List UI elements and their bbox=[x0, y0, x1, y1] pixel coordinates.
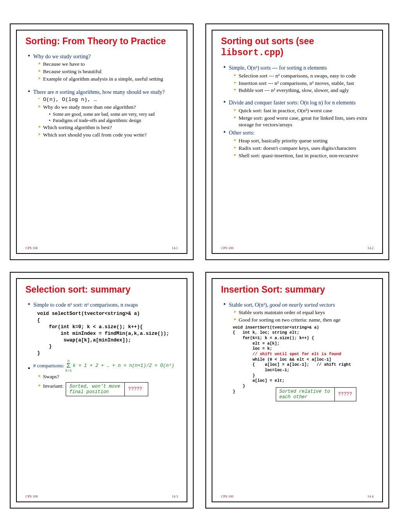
code-text: libsort.cpp bbox=[221, 48, 280, 58]
slide-title: Sorting out sorts (see libsort.cpp) bbox=[221, 36, 374, 58]
slide-2: Sorting out sorts (see libsort.cpp) Simp… bbox=[205, 23, 389, 260]
slide-3: Selection sort: summary Simple to code n… bbox=[10, 272, 194, 509]
course-label: CPS 100 bbox=[25, 494, 38, 498]
bullet: Simple to code n² sort: n² comparisons, … bbox=[28, 302, 178, 309]
slide-footer: CPS 100 14.4 bbox=[221, 493, 374, 498]
slide-4: Insertion Sort: summary Stable sort, O(n… bbox=[205, 272, 389, 509]
comparisons-line: ● # comparisons: n Σ k=1 k = 1 + 2 + … +… bbox=[28, 359, 178, 372]
sub-bullet: Merge sort: good worst case, great for l… bbox=[234, 115, 374, 128]
page-number: 14.4 bbox=[367, 494, 374, 498]
formula: k = 1 + 2 + … + n = n(n+1)/2 = O(n²) bbox=[73, 363, 174, 368]
slide-1: Sorting: From Theory to Practice Why do … bbox=[10, 23, 194, 260]
page-number: 14.3 bbox=[172, 494, 178, 498]
sub-bullet: Because we have to bbox=[38, 61, 178, 68]
slide-content: Stable sort, O(n²), good on nearly sorte… bbox=[221, 300, 374, 493]
slide-inner: Insertion Sort: summary Stable sort, O(n… bbox=[212, 278, 383, 502]
sigma-symbol: Σ bbox=[66, 363, 71, 368]
page-number: 14.2 bbox=[367, 246, 374, 250]
code-block: void selectSort(tvector<string>& a) { fo… bbox=[37, 311, 178, 357]
sub-bullet: Selection sort --- n² comparisons, n swa… bbox=[234, 73, 374, 79]
code-comment: // shift until spot for elt is found bbox=[233, 352, 374, 357]
slide-footer: CPS 100 14.1 bbox=[25, 244, 178, 250]
sub-bullet: Why do we study more than one algorithm? bbox=[38, 104, 178, 111]
slide-footer: CPS 100 14.2 bbox=[221, 244, 374, 250]
bullet: Other sorts: bbox=[223, 129, 374, 137]
sub2-bullet: Some are good, some are bad, some are ve… bbox=[49, 111, 178, 117]
text: Stable sort, O(n²), bbox=[229, 302, 270, 308]
sub-bullet: Shell sort: quasi-insertion, fast in pra… bbox=[234, 153, 374, 159]
slide-inner: Selection sort: summary Simple to code n… bbox=[16, 278, 187, 502]
slide-content: Why do we study sorting? Because we have… bbox=[25, 52, 178, 244]
sub-bullet: Stable sorts maintain order of equal key… bbox=[234, 309, 374, 316]
bullet: Simple, O(n²) sorts --- for sorting n el… bbox=[223, 65, 374, 72]
page-number: 14.1 bbox=[172, 246, 178, 250]
sub-bullet: Insertion sort --- n² comparisons, n² mo… bbox=[234, 80, 374, 87]
sub-bullet: Quick sort: fast in practice, O(n²) wors… bbox=[234, 108, 374, 114]
sub-bullet: Which sorting algorithm is best? bbox=[38, 124, 178, 131]
slide-title: Sorting: From Theory to Practice bbox=[25, 36, 178, 47]
sub-bullet: Invariant: bbox=[38, 383, 63, 390]
course-label: CPS 100 bbox=[221, 494, 234, 498]
text: There are bbox=[33, 89, 56, 95]
slide-inner: Sorting out sorts (see libsort.cpp) Simp… bbox=[212, 30, 383, 254]
sigma-icon: n Σ k=1 bbox=[65, 359, 72, 372]
slide-title: Selection sort: summary bbox=[25, 284, 178, 295]
invariant-table: Sorted, won't move final position ????? bbox=[66, 382, 148, 396]
sub2-bullet: Paradigms of trade-offs and algorithmic … bbox=[49, 118, 178, 124]
bullet: There are n sorting algorithms, how many… bbox=[28, 89, 178, 96]
sub-bullet: Because sorting is beautiful bbox=[38, 68, 178, 75]
slide-inner: Sorting: From Theory to Practice Why do … bbox=[16, 30, 187, 254]
slide-content: Simple to code n² sort: n² comparisons, … bbox=[25, 300, 178, 493]
sub-bullet: Swaps? bbox=[38, 374, 178, 380]
sub-bullet: Heap sort, basically priority queue sort… bbox=[234, 138, 374, 144]
sub-bullet: Radix sort: doesn't compare keys, uses d… bbox=[234, 145, 374, 152]
invariant-table: Sorted relative to each other ????? bbox=[276, 387, 356, 401]
text: Sorting out sorts (see bbox=[221, 36, 314, 46]
slide-footer: CPS 100 14.3 bbox=[25, 493, 178, 498]
bullet: Why do we study sorting? bbox=[28, 53, 178, 60]
sub-bullet: O(n), O(log n), … bbox=[38, 97, 178, 103]
sub-bullet: Good for sorting on two criteria: name, … bbox=[234, 317, 374, 324]
text: sorting algorithms, how many should we s… bbox=[58, 89, 165, 95]
inv-cell-sorted: Sorted, won't move final position bbox=[66, 383, 125, 396]
text: ) bbox=[280, 47, 284, 57]
slide-title: Insertion Sort: summary bbox=[221, 284, 374, 295]
sub-bullet: Example of algorithm analysis in a simpl… bbox=[38, 76, 178, 83]
code-block: void insertSort(tvector<string>& a) { in… bbox=[233, 325, 374, 352]
sigma-bottom: k=1 bbox=[65, 369, 72, 373]
inv-cell-sorted: Sorted relative to each other bbox=[276, 388, 335, 401]
text: n bbox=[56, 89, 58, 95]
bullet: Stable sort, O(n²), good on nearly sorte… bbox=[223, 302, 374, 309]
bullet: Divide and conquer faster sorts: O(n log… bbox=[223, 99, 374, 106]
text: good on nearly sorted vectors bbox=[270, 302, 335, 308]
inv-cell-unknown: ????? bbox=[335, 388, 356, 401]
course-label: CPS 100 bbox=[25, 246, 38, 250]
label: # comparisons: bbox=[33, 363, 64, 369]
sub-bullet: Bubble sort --- n² everything, slow, slo… bbox=[234, 87, 374, 94]
sub-bullet: Which sort should you call from code you… bbox=[38, 132, 178, 138]
slide-content: Simple, O(n²) sorts --- for sorting n el… bbox=[221, 63, 374, 244]
course-label: CPS 100 bbox=[221, 246, 234, 250]
inv-cell-unknown: ????? bbox=[125, 383, 148, 396]
